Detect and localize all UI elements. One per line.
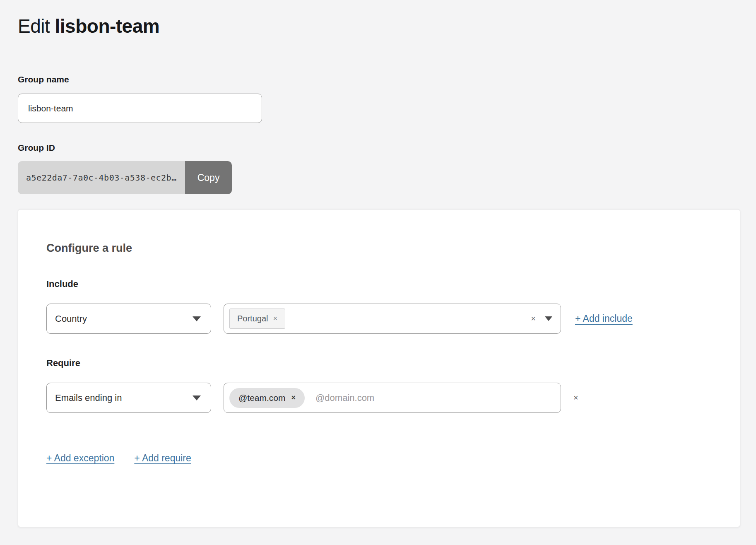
include-value-multiselect[interactable]: Portugal × × (224, 304, 561, 334)
require-tag-label: @team.com (238, 393, 286, 403)
rule-card-heading: Configure a rule (46, 242, 715, 255)
require-rule-row: Emails ending in @team.com × × (46, 383, 715, 413)
add-exception-link[interactable]: + Add exception (46, 453, 114, 464)
include-rule-row: Country Portugal × × + Add include (46, 304, 715, 334)
add-require-link[interactable]: + Add require (134, 453, 191, 464)
include-label: Include (46, 279, 715, 289)
chevron-down-icon (193, 316, 201, 321)
require-value-taginput[interactable]: @team.com × (224, 383, 561, 413)
require-label: Require (46, 358, 715, 369)
chevron-down-icon[interactable] (545, 316, 552, 321)
chevron-down-icon (193, 395, 201, 400)
require-domain-input[interactable] (315, 393, 552, 403)
group-id-bar: a5e22da7-7a0c-4b03-a538-ec2b… Copy (18, 161, 232, 194)
page-title-group-name: lisbon-team (55, 15, 160, 37)
require-tag-teamcom[interactable]: @team.com × (229, 388, 305, 408)
page-title: Edit lisbon-team (18, 15, 738, 37)
group-name-label: Group name (18, 75, 738, 84)
copy-button[interactable]: Copy (185, 161, 232, 194)
rule-footer-links: + Add exception + Add require (46, 453, 715, 464)
remove-tag-icon[interactable]: × (273, 314, 278, 323)
clear-selection-icon[interactable]: × (531, 314, 536, 323)
include-selector-value: Country (55, 313, 87, 324)
add-include-link[interactable]: + Add include (575, 313, 633, 324)
page-title-prefix: Edit (18, 15, 50, 37)
require-selector-value: Emails ending in (55, 393, 122, 403)
include-tag-portugal[interactable]: Portugal × (229, 309, 285, 329)
page: Edit lisbon-team Group name Group ID a5e… (0, 0, 756, 527)
group-id-value: a5e22da7-7a0c-4b03-a538-ec2b… (18, 161, 185, 194)
require-selector-dropdown[interactable]: Emails ending in (46, 383, 211, 413)
remove-tag-icon[interactable]: × (291, 393, 296, 402)
rule-card: Configure a rule Include Country Portuga… (18, 209, 740, 527)
include-tag-label: Portugal (237, 314, 268, 323)
include-selector-dropdown[interactable]: Country (46, 304, 211, 334)
group-id-label: Group ID (18, 143, 738, 153)
group-name-input[interactable] (18, 94, 262, 123)
remove-rule-icon[interactable]: × (573, 393, 578, 403)
